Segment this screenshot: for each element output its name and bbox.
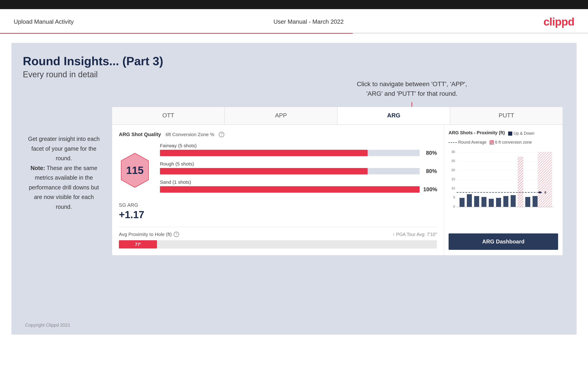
copyright-text: Copyright Clippd 2021: [25, 323, 70, 328]
left-description: Get greater insight into each facet of y…: [25, 134, 103, 212]
bar-bg-rough: [160, 168, 420, 174]
shot-row-sand: Sand (1 shots) 100%: [160, 179, 437, 193]
legend-up-down: Up & Down: [508, 131, 534, 136]
right-panel-title: ARG Shots - Proximity (ft): [449, 130, 505, 135]
legend-6ft-zone: 6 ft conversion zone: [490, 140, 532, 145]
dashboard-card: OTT APP ARG PUTT ARG Shot Quality 6ft Co…: [112, 107, 563, 256]
svg-text:30: 30: [451, 150, 455, 154]
shot-label-rough: Rough (5 shots): [160, 161, 437, 167]
svg-text:15: 15: [451, 177, 455, 181]
hex-score-area: 115 Fairway (5 shots) 80%: [119, 143, 437, 198]
bar-fill-fairway: [160, 150, 368, 156]
svg-text:20: 20: [451, 168, 455, 172]
svg-text:0: 0: [453, 205, 455, 208]
legend-dash-icon: [449, 141, 457, 144]
bar-pct-rough: 80%: [423, 168, 437, 174]
bar-bg-sand: [160, 186, 420, 193]
card-body: ARG Shot Quality 6ft Conversion Zone % ?…: [112, 125, 563, 255]
sg-section: SG ARG +1.17: [119, 202, 437, 220]
legend-round-avg: Round Average: [449, 140, 486, 145]
legend-round-avg-label: Round Average: [458, 140, 486, 145]
tab-app[interactable]: APP: [225, 107, 337, 125]
legend-row: ARG Shots - Proximity (ft) Up & Down Rou…: [449, 130, 558, 145]
tabs-bar: OTT APP ARG PUTT: [112, 107, 563, 125]
panel-header: ARG Shot Quality 6ft Conversion Zone % ?: [119, 132, 437, 137]
proximity-section: Avg Proximity to Hole (ft) ? ↑ PGA Tour …: [119, 227, 437, 249]
legend-hash-icon: [490, 141, 494, 144]
title-section: Round Insights... (Part 3) Every round i…: [23, 54, 565, 79]
hex-score: 115: [126, 164, 144, 176]
note-label: Note:: [31, 165, 45, 171]
svg-rect-23: [467, 194, 472, 207]
bar-pct-sand: 100%: [423, 186, 437, 193]
main-content: Round Insights... (Part 3) Every round i…: [11, 43, 577, 335]
svg-rect-28: [503, 196, 508, 207]
proximity-help-icon[interactable]: ?: [174, 232, 179, 237]
bar-row-sand: 100%: [160, 186, 437, 193]
shot-bars: Fairway (5 shots) 80% Rough (5 shots): [160, 143, 437, 198]
svg-rect-24: [474, 196, 479, 207]
bar-row-fairway: 80%: [160, 150, 437, 156]
help-icon[interactable]: ?: [219, 132, 224, 137]
shot-row-fairway: Fairway (5 shots) 80%: [160, 143, 437, 156]
section-title: Round Insights... (Part 3): [23, 54, 565, 68]
svg-rect-26: [489, 199, 494, 207]
proximity-bar-fill: 77': [119, 240, 157, 249]
svg-rect-33: [533, 196, 537, 207]
bar-fill-rough: [160, 168, 368, 174]
section-subtitle: Every round in detail: [23, 70, 565, 79]
proximity-chart: 30 25 20 15 10 5 0: [449, 149, 558, 213]
svg-rect-29: [511, 195, 516, 207]
shot-label-sand: Sand (1 shots): [160, 179, 437, 185]
svg-text:5: 5: [453, 196, 455, 199]
bar-fill-sand: [160, 186, 420, 193]
proximity-bar-label: 77': [135, 242, 141, 247]
proximity-title: Avg Proximity to Hole (ft) ?: [119, 232, 179, 237]
tab-ott[interactable]: OTT: [112, 107, 225, 125]
legend-6ft-label: 6 ft conversion zone: [495, 140, 532, 145]
arg-dashboard-button[interactable]: ARG Dashboard: [449, 234, 558, 250]
top-bar: [0, 0, 588, 9]
shot-row-rough: Rough (5 shots) 80%: [160, 161, 437, 174]
legend-sq-icon: [508, 132, 512, 136]
svg-rect-32: [525, 197, 530, 207]
svg-text:25: 25: [451, 159, 455, 163]
page-title: User Manual - March 2022: [273, 18, 344, 25]
proximity-avg: ↑ PGA Tour Avg: 7'10": [392, 232, 437, 237]
right-panel: ARG Shots - Proximity (ft) Up & Down Rou…: [444, 125, 563, 255]
bar-pct-fairway: 80%: [423, 150, 437, 156]
left-panel: ARG Shot Quality 6ft Conversion Zone % ?…: [112, 125, 444, 255]
proximity-header: Avg Proximity to Hole (ft) ? ↑ PGA Tour …: [119, 232, 437, 237]
header-divider: [0, 33, 588, 34]
svg-rect-22: [459, 198, 465, 207]
panel-subtitle: 6ft Conversion Zone %: [166, 132, 215, 137]
svg-rect-25: [481, 197, 486, 207]
upload-manual-link[interactable]: Upload Manual Activity: [14, 18, 74, 25]
svg-text:10: 10: [451, 186, 455, 190]
bar-bg-fairway: [160, 150, 420, 156]
logo-area: clippd: [544, 16, 574, 28]
sg-value: +1.17: [119, 209, 437, 220]
svg-rect-27: [496, 198, 501, 207]
header: Upload Manual Activity User Manual - Mar…: [0, 9, 588, 33]
panel-title-text: ARG Shot Quality: [119, 132, 161, 137]
shot-label-fairway: Fairway (5 shots): [160, 143, 437, 148]
legend-up-down-label: Up & Down: [514, 131, 534, 136]
tab-putt[interactable]: PUTT: [450, 107, 563, 125]
footer: Copyright Clippd 2021: [25, 323, 70, 328]
svg-rect-31: [518, 157, 523, 207]
chart-area: 30 25 20 15 10 5 0: [449, 149, 558, 231]
hex-container: 115: [119, 152, 151, 189]
proximity-bar-bg: 77': [119, 240, 437, 249]
svg-rect-34: [538, 152, 552, 207]
sg-label: SG ARG: [119, 202, 437, 208]
clippd-logo: clippd: [544, 16, 574, 28]
tab-arg[interactable]: ARG: [337, 107, 450, 125]
bar-row-rough: 80%: [160, 168, 437, 174]
